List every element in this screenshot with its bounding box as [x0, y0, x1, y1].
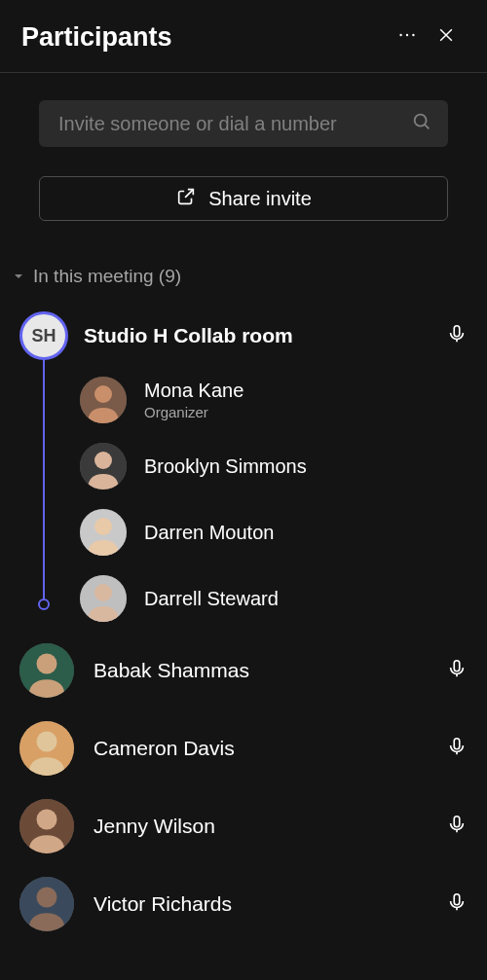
more-options-button[interactable]: [388, 18, 427, 56]
invite-search-section: [0, 73, 487, 163]
avatar: [80, 575, 127, 622]
close-icon: [436, 25, 456, 49]
invite-search-input[interactable]: [56, 112, 397, 136]
svg-point-14: [37, 654, 57, 674]
svg-rect-4: [454, 326, 460, 337]
svg-point-8: [94, 452, 112, 469]
avatar: [19, 799, 74, 853]
invite-search-wrap[interactable]: [39, 100, 448, 147]
svg-point-17: [37, 732, 57, 752]
participant-name: Cameron Davis: [94, 737, 427, 760]
room-member-row[interactable]: Mona Kane Organizer: [80, 367, 468, 433]
avatar: [80, 509, 127, 556]
room-connector-end-dot: [38, 599, 50, 610]
participants-panel: Participants: [0, 0, 487, 980]
in-meeting-section-label: In this meeting (9): [33, 266, 181, 287]
mic-icon[interactable]: [446, 814, 468, 839]
avatar: [19, 877, 74, 931]
svg-point-2: [412, 34, 414, 36]
share-invite-wrap: Share invite: [0, 163, 487, 227]
participant-name: Darrell Steward: [144, 588, 279, 610]
participants-list: SH Studio H Collab room Mona Kane Organi…: [0, 305, 487, 943]
avatar: [19, 721, 74, 776]
svg-point-0: [399, 34, 401, 36]
avatar: [80, 443, 127, 490]
participant-row[interactable]: Jenny Wilson: [19, 787, 468, 865]
participant-name: Brooklyn Simmons: [144, 455, 307, 478]
participant-name: Darren Mouton: [144, 522, 274, 544]
more-icon: [396, 24, 418, 50]
avatar: [19, 643, 74, 698]
share-invite-label: Share invite: [208, 188, 312, 210]
svg-point-1: [406, 34, 408, 36]
share-invite-button[interactable]: Share invite: [39, 176, 448, 221]
in-meeting-section-header[interactable]: In this meeting (9): [0, 227, 487, 305]
participant-row[interactable]: Victor Richards: [19, 865, 468, 943]
participant-row[interactable]: Babak Shammas: [19, 632, 468, 709]
participant-name: Babak Shammas: [94, 659, 427, 682]
participant-name: Mona Kane: [144, 380, 244, 402]
room-row[interactable]: SH Studio H Collab room: [19, 305, 468, 367]
panel-title: Participants: [21, 22, 388, 53]
search-icon: [411, 111, 432, 136]
mic-icon[interactable]: [446, 658, 468, 683]
room-avatar-initials: SH: [31, 326, 56, 346]
svg-point-6: [94, 385, 112, 403]
independent-participants: Babak Shammas Cameron Davis Jenny Wilson…: [19, 632, 468, 943]
svg-point-3: [415, 115, 427, 127]
participant-role: Organizer: [144, 404, 244, 420]
close-button[interactable]: [427, 18, 466, 56]
avatar: [80, 377, 127, 423]
svg-rect-24: [454, 894, 460, 905]
room-connector-line: [43, 359, 45, 604]
participant-info: Mona Kane Organizer: [144, 380, 244, 420]
svg-point-12: [94, 584, 112, 601]
participant-info: Darrell Steward: [144, 588, 279, 610]
mic-icon[interactable]: [446, 891, 468, 917]
svg-rect-21: [454, 817, 460, 827]
mic-icon[interactable]: [446, 736, 468, 761]
room-avatar: SH: [19, 311, 68, 360]
svg-rect-15: [454, 661, 460, 671]
participant-row[interactable]: Cameron Davis: [19, 709, 468, 787]
room-members: Mona Kane Organizer Brooklyn Simmons Dar…: [19, 367, 468, 632]
participant-info: Darren Mouton: [144, 522, 274, 544]
mic-icon[interactable]: [446, 323, 468, 348]
panel-header: Participants: [0, 0, 487, 73]
svg-point-20: [37, 810, 57, 830]
participant-name: Victor Richards: [94, 892, 427, 916]
participant-info: Brooklyn Simmons: [144, 455, 307, 478]
room-name: Studio H Collab room: [84, 324, 431, 347]
svg-point-10: [94, 518, 112, 535]
svg-point-23: [37, 888, 57, 908]
caret-down-icon: [12, 272, 25, 281]
svg-rect-18: [454, 739, 460, 749]
room-member-row[interactable]: Darren Mouton: [80, 499, 468, 565]
room-member-row[interactable]: Brooklyn Simmons: [80, 433, 468, 499]
participant-name: Jenny Wilson: [94, 815, 427, 838]
share-icon: [175, 186, 197, 212]
room-group: SH Studio H Collab room Mona Kane Organi…: [19, 305, 468, 632]
room-member-row[interactable]: Darrell Steward: [80, 565, 468, 632]
